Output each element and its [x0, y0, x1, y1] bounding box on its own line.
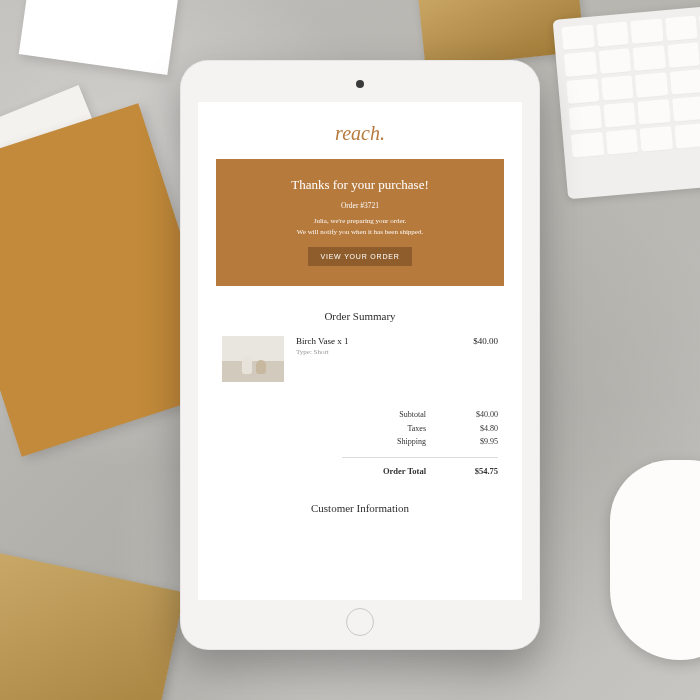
product-variant: Type: Short	[296, 348, 461, 356]
order-summary-heading: Order Summary	[198, 286, 522, 336]
order-number: Order #3721	[232, 201, 488, 210]
product-thumbnail	[222, 336, 284, 382]
shipping-label: Shipping	[366, 435, 426, 449]
product-price: $40.00	[473, 336, 498, 346]
line-item-row: Birch Vase x 1 Type: Short $40.00	[198, 336, 522, 382]
prop-mouse	[610, 460, 700, 660]
thank-you-title: Thanks for your purchase!	[232, 177, 488, 193]
totals-divider	[342, 457, 498, 458]
product-name: Birch Vase x 1	[296, 336, 461, 346]
customer-info-heading: Customer Information	[198, 478, 522, 528]
subtotal-value: $40.00	[456, 408, 498, 422]
tablet-device: reach. Thanks for your purchase! Order #…	[180, 60, 540, 650]
confirmation-banner: Thanks for your purchase! Order #3721 Ju…	[216, 159, 504, 286]
tablet-screen: reach. Thanks for your purchase! Order #…	[198, 102, 522, 600]
preparing-message: Julia, we're preparing your order. We wi…	[232, 216, 488, 237]
order-total-label: Order Total	[366, 464, 426, 478]
taxes-value: $4.80	[456, 422, 498, 436]
subtotal-label: Subtotal	[366, 408, 426, 422]
view-order-button[interactable]: VIEW YOUR ORDER	[308, 247, 411, 266]
tablet-camera	[356, 80, 364, 88]
brand-logo: reach.	[198, 102, 522, 159]
prop-keyboard	[553, 1, 700, 199]
message-line-2: We will notify you when it has been ship…	[297, 228, 423, 236]
message-line-1: Julia, we're preparing your order.	[314, 217, 407, 225]
product-info: Birch Vase x 1 Type: Short	[296, 336, 461, 356]
taxes-label: Taxes	[366, 422, 426, 436]
order-totals: Subtotal $40.00 Taxes $4.80 Shipping $9.…	[198, 382, 522, 478]
tablet-home-button[interactable]	[346, 608, 374, 636]
order-total-value: $54.75	[456, 464, 498, 478]
shipping-value: $9.95	[456, 435, 498, 449]
